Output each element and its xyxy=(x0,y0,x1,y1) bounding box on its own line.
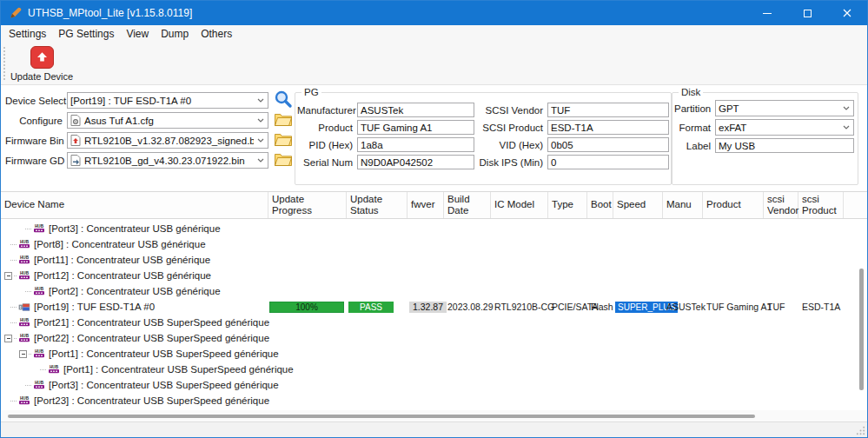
firmware-bin-browse-button[interactable] xyxy=(271,131,295,150)
column-header-boot[interactable]: Boot xyxy=(587,192,613,218)
column-header-label: Device Name xyxy=(4,199,64,210)
collapse-expander-icon[interactable] xyxy=(4,335,12,342)
menu-item-settings[interactable]: Settings xyxy=(3,26,52,42)
tree-row-label: [Port2] : Concentrateur USB générique xyxy=(49,286,221,296)
column-header-product[interactable]: Product xyxy=(703,192,764,218)
vid-hex-label: VID (Hex) xyxy=(479,140,543,150)
chevron-down-icon xyxy=(257,138,264,143)
scsi-product-input[interactable] xyxy=(547,120,669,135)
column-header-label: Manu xyxy=(666,199,692,210)
menu-item-dump[interactable]: Dump xyxy=(155,26,195,42)
svg-text:HUB: HUB xyxy=(20,396,30,401)
tree-row[interactable]: HUB[Port11] : Concentrateur USB génériqu… xyxy=(1,252,867,268)
menu-item-label: Others xyxy=(201,28,232,40)
tree-row[interactable]: HUB[Port1] : Concentrateur USB SuperSpee… xyxy=(1,362,867,377)
column-header-update-progress[interactable]: Update Progress xyxy=(268,192,347,218)
column-header-update-status[interactable]: Update Status xyxy=(347,192,407,218)
tree-branch-line xyxy=(29,354,31,355)
firmware-gd-browse-button[interactable] xyxy=(271,151,295,170)
tree-row-label: [Port22] : Concentrateur USB SuperSpeed … xyxy=(34,333,269,343)
partition-combobox[interactable]: GPT xyxy=(715,100,854,116)
format-combobox[interactable]: exFAT xyxy=(715,119,854,136)
tree-row[interactable]: HUB[Port22] : Concentrateur USB SuperSpe… xyxy=(1,330,867,346)
firmware-gd-label: Firmware GD xyxy=(5,156,63,166)
collapse-expander-icon[interactable] xyxy=(19,350,27,358)
column-header-scsi-vendor[interactable]: scsi Vendor xyxy=(764,192,798,218)
usb-hub-icon: HUB xyxy=(18,333,30,343)
cell-product: TUF Gaming A1 xyxy=(706,299,772,315)
resize-grip[interactable] xyxy=(856,426,865,435)
update-status-badge: PASS xyxy=(348,302,394,313)
tree-connector xyxy=(4,307,17,308)
serial-num-label: Serial Num xyxy=(297,157,353,168)
tree-row[interactable]: HUB[Port2] : Concentrateur USB générique xyxy=(1,283,867,299)
configure-browse-button[interactable] xyxy=(271,111,295,130)
tree-row-label: [Port11] : Concentrateur USB générique xyxy=(34,255,210,265)
tree-connector xyxy=(4,260,17,261)
tree-row[interactable]: HUB[Port8] : Concentrateur USB générique xyxy=(1,236,867,252)
vertical-scrollbar-thumb[interactable] xyxy=(859,269,864,390)
tree-row[interactable]: HUB[Port23] : Concentrateur USB SuperSpe… xyxy=(1,393,867,408)
column-header-ic-model[interactable]: IC Model xyxy=(491,192,548,218)
tree-connector xyxy=(4,335,17,342)
tree-row[interactable]: HUB[Port3] : Concentrateur USB générique xyxy=(1,221,867,236)
tree-connector xyxy=(19,291,31,292)
update-device-button[interactable]: Update Device xyxy=(12,43,71,84)
column-header-scsi-product[interactable]: scsi Product xyxy=(798,192,844,218)
menu-item-view[interactable]: View xyxy=(120,26,155,42)
tree-row-label: [Port3] : Concentrateur USB générique xyxy=(49,223,221,234)
cell-build-date: 2023.08.29 xyxy=(447,299,494,315)
column-header-label: Build Date xyxy=(447,194,487,216)
horizontal-scrollbar-thumb[interactable] xyxy=(8,415,755,418)
scsi-vendor-input[interactable] xyxy=(547,103,669,117)
column-header-device-name[interactable]: Device Name xyxy=(1,192,268,218)
tree-row-device[interactable]: [Port19] : TUF ESD-T1A #0100%PASS1.32.87… xyxy=(1,299,867,315)
configure-combobox[interactable]: Asus Tuf A1.cfg xyxy=(67,112,268,129)
vid-hex-input[interactable] xyxy=(547,137,669,152)
tree-branch-line xyxy=(10,260,17,261)
column-header-type[interactable]: Type xyxy=(548,192,587,218)
column-header-speed[interactable]: Speed xyxy=(613,192,663,218)
chevron-down-icon xyxy=(257,98,264,103)
usb-hub-icon: HUB xyxy=(33,223,45,234)
tree-connector xyxy=(4,244,17,245)
column-header-manu[interactable]: Manu xyxy=(663,192,703,218)
maximize-button[interactable] xyxy=(787,1,827,25)
menu-item-others[interactable]: Others xyxy=(195,26,238,42)
collapse-expander-icon[interactable] xyxy=(4,272,12,280)
tree-row-label: [Port23] : Concentrateur USB SuperSpeed … xyxy=(34,395,269,406)
column-header-label: Speed xyxy=(617,199,646,210)
horizontal-scrollbar[interactable] xyxy=(1,410,867,421)
column-header-fwver[interactable]: fwver xyxy=(407,192,444,218)
pid-hex-input[interactable] xyxy=(357,137,474,152)
device-select-combobox[interactable]: [Port19] : TUF ESD-T1A #0 xyxy=(67,92,268,109)
tree-row[interactable]: HUB[Port12] : Concentrateur USB génériqu… xyxy=(1,268,867,283)
firmware-gd-combobox[interactable]: RTL9210B_gd_v4.30.23.071922.bin xyxy=(67,152,268,169)
svg-text:HUB: HUB xyxy=(20,318,30,322)
product-input[interactable] xyxy=(357,120,474,135)
tree-row[interactable]: HUB[Port1] : Concentrateur USB SuperSpee… xyxy=(1,346,867,362)
disk-group-title: Disk xyxy=(679,87,703,97)
manufacturer-input[interactable] xyxy=(357,103,474,117)
column-header-build-date[interactable]: Build Date xyxy=(444,192,491,218)
firmware-bin-combobox[interactable]: RTL9210B_v1.32.87.082923_signed.bin xyxy=(67,132,268,149)
menu-item-pg-settings[interactable]: PG Settings xyxy=(52,26,120,42)
serial-num-input[interactable] xyxy=(357,155,474,169)
close-button[interactable] xyxy=(827,1,867,25)
fwver-badge: 1.32.87 xyxy=(409,302,447,313)
tree-row-label: [Port12] : Concentrateur USB générique xyxy=(34,270,211,281)
device-select-search-button[interactable] xyxy=(271,91,295,110)
search-icon xyxy=(273,90,294,111)
label-label: Label xyxy=(674,141,711,151)
disk-ips-input[interactable] xyxy=(547,155,669,169)
tree-row[interactable]: HUB[Port3] : Concentrateur USB SuperSpee… xyxy=(1,377,867,393)
usb-hub-icon: HUB xyxy=(18,239,30,249)
column-header-label: IC Model xyxy=(494,199,534,210)
minimize-button[interactable] xyxy=(747,1,787,25)
label-input[interactable] xyxy=(715,138,854,153)
column-header-label: fwver xyxy=(411,199,434,210)
device-table: Device NameUpdate ProgressUpdate Statusf… xyxy=(1,191,867,421)
firmware-gd-value: RTL9210B_gd_v4.30.23.071922.bin xyxy=(84,156,254,166)
tree-row[interactable]: HUB[Port21] : Concentrateur USB SuperSpe… xyxy=(1,315,867,330)
vertical-scrollbar[interactable] xyxy=(856,221,867,410)
